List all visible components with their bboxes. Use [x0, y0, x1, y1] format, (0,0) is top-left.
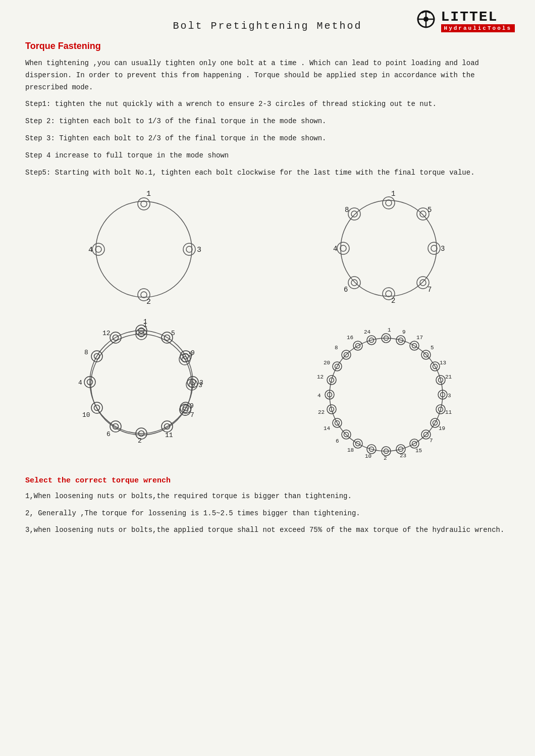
diagrams-row-2: 1 5 9 3 — [25, 315, 510, 471]
svg-point-91 — [330, 338, 443, 451]
diagram-8bolt-svg: 1 5 3 7 2 6 4 — [331, 189, 447, 305]
svg-text:1: 1 — [391, 190, 395, 198]
svg-text:12: 12 — [102, 330, 111, 337]
svg-text:3: 3 — [441, 245, 445, 253]
diagram-4bolt-svg: 1 3 2 4 — [88, 189, 199, 305]
svg-point-3 — [138, 198, 150, 210]
svg-text:16: 16 — [347, 335, 353, 341]
svg-point-1 — [423, 17, 429, 22]
logo-subtitle: Hydraulic Tools — [441, 24, 515, 32]
svg-text:2: 2 — [384, 455, 387, 461]
logo-name: LITTEL — [441, 10, 515, 24]
svg-text:2: 2 — [146, 298, 151, 306]
step5-text: Step5: Starting with bolt No.1, tighten … — [25, 167, 510, 179]
svg-text:5: 5 — [431, 345, 434, 351]
svg-text:11: 11 — [445, 409, 452, 415]
svg-point-26 — [420, 280, 426, 286]
svg-point-37 — [348, 208, 360, 220]
intro-text: When tightening ,you can usually tighten… — [25, 58, 510, 93]
step2-text: Step 2: tighten each bolt to 1/3 of the … — [25, 116, 510, 128]
svg-point-32 — [351, 280, 357, 286]
svg-text:5: 5 — [427, 206, 432, 214]
svg-text:7: 7 — [430, 438, 433, 444]
svg-point-29 — [386, 291, 392, 297]
svg-text:14: 14 — [324, 425, 331, 431]
step1-text: Step1: tighten the nut quickly with a wr… — [25, 98, 510, 111]
svg-point-54 — [90, 331, 193, 434]
logo-subtitle-right: Tools — [488, 25, 512, 31]
point1-text: 1,When loosening nuts or bolts,the requi… — [25, 490, 510, 503]
svg-text:22: 22 — [318, 409, 325, 415]
svg-text:3: 3 — [199, 379, 203, 387]
svg-text:2: 2 — [391, 297, 395, 305]
svg-text:20: 20 — [324, 360, 330, 366]
diagram-12bolt-clean: 1 5 9 3 7 11 2 — [73, 310, 209, 451]
svg-point-34 — [337, 242, 349, 254]
svg-point-16 — [383, 197, 395, 209]
svg-text:7: 7 — [190, 411, 194, 419]
svg-point-15 — [341, 200, 437, 296]
logo-icon — [414, 9, 438, 33]
svg-point-20 — [420, 211, 426, 217]
step4-text: Step 4 increase to full torque in the mo… — [25, 150, 510, 162]
diagram-24bolt-svg: 1 9 17 5 13 21 3 — [310, 315, 462, 471]
svg-text:3: 3 — [197, 246, 201, 254]
svg-text:18: 18 — [347, 447, 354, 453]
svg-point-7 — [186, 246, 192, 252]
svg-text:3: 3 — [448, 393, 451, 399]
diagram-24bolt: 1 9 17 5 13 21 3 — [310, 315, 462, 471]
svg-text:23: 23 — [400, 453, 406, 459]
svg-text:4: 4 — [88, 246, 93, 254]
svg-point-10 — [141, 292, 147, 298]
svg-text:6: 6 — [106, 430, 111, 438]
logo: LITTEL Hydraulic Tools — [414, 9, 515, 33]
svg-point-31 — [348, 277, 360, 289]
svg-text:17: 17 — [416, 335, 423, 341]
svg-text:10: 10 — [365, 453, 371, 459]
svg-point-38 — [351, 211, 357, 217]
diagrams-row-1: 1 3 2 4 1 5 — [25, 189, 510, 305]
svg-text:1: 1 — [143, 318, 147, 326]
svg-text:4: 4 — [317, 393, 321, 399]
svg-text:5: 5 — [171, 330, 175, 337]
svg-text:24: 24 — [364, 329, 371, 335]
svg-text:9: 9 — [402, 329, 406, 335]
svg-text:4: 4 — [78, 379, 82, 387]
svg-text:6: 6 — [344, 286, 348, 294]
step3-text: Step 3: Tighten each bolt to 2/3 of the … — [25, 133, 510, 145]
svg-text:13: 13 — [440, 360, 446, 366]
diagram-8bolt: 1 5 3 7 2 6 4 — [331, 189, 447, 305]
logo-text: LITTEL Hydraulic Tools — [441, 10, 515, 32]
svg-point-6 — [183, 243, 195, 255]
svg-text:8: 8 — [84, 349, 88, 356]
svg-text:8: 8 — [335, 345, 338, 351]
svg-text:10: 10 — [82, 411, 90, 419]
diagram-4bolt: 1 3 2 4 — [88, 189, 199, 305]
svg-text:21: 21 — [445, 374, 452, 380]
svg-point-13 — [95, 246, 101, 252]
svg-point-4 — [141, 201, 147, 207]
svg-text:1: 1 — [146, 190, 151, 198]
point3-text: 3,when loosening nuts or bolts,the appli… — [25, 524, 510, 536]
svg-point-12 — [92, 243, 104, 255]
svg-point-17 — [386, 200, 392, 206]
svg-text:12: 12 — [317, 374, 324, 380]
point2-text: 2, Generally ,The torque for lossening i… — [25, 507, 510, 520]
svg-text:11: 11 — [165, 431, 173, 439]
svg-text:6: 6 — [336, 438, 339, 444]
svg-text:15: 15 — [415, 448, 422, 454]
svg-point-35 — [340, 245, 346, 251]
svg-text:2: 2 — [138, 437, 142, 445]
svg-point-2 — [96, 201, 192, 297]
svg-text:9: 9 — [191, 349, 195, 357]
svg-text:7: 7 — [427, 286, 432, 294]
section1-heading: Torque Fastening — [25, 41, 510, 51]
svg-point-22 — [428, 242, 440, 254]
logo-subtitle-left: Hydraulic — [444, 25, 488, 31]
diagram-12bolt: 1 5 9 3 — [73, 315, 209, 451]
svg-point-23 — [431, 245, 437, 251]
svg-text:4: 4 — [333, 245, 337, 253]
select-heading: Select the correct torque wrench — [25, 476, 510, 485]
svg-text:8: 8 — [345, 206, 349, 214]
svg-text:1: 1 — [388, 327, 391, 333]
